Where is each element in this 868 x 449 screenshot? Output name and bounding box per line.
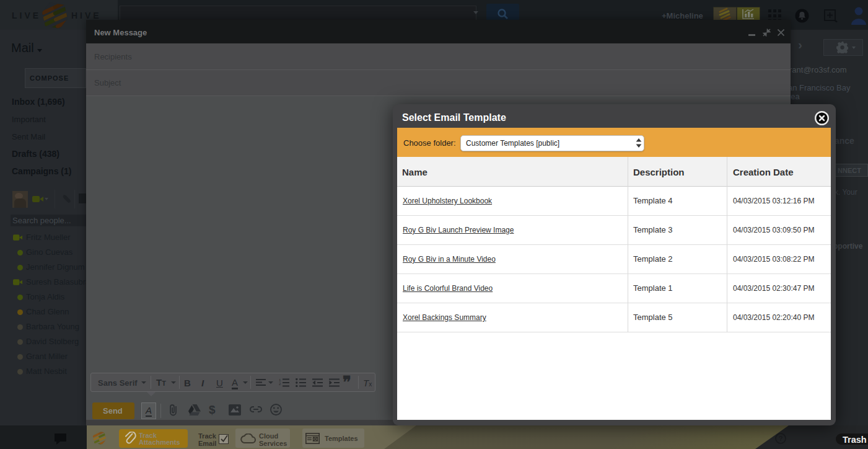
svg-text:?: ? [779, 435, 783, 442]
svg-text:2: 2 [279, 382, 281, 386]
